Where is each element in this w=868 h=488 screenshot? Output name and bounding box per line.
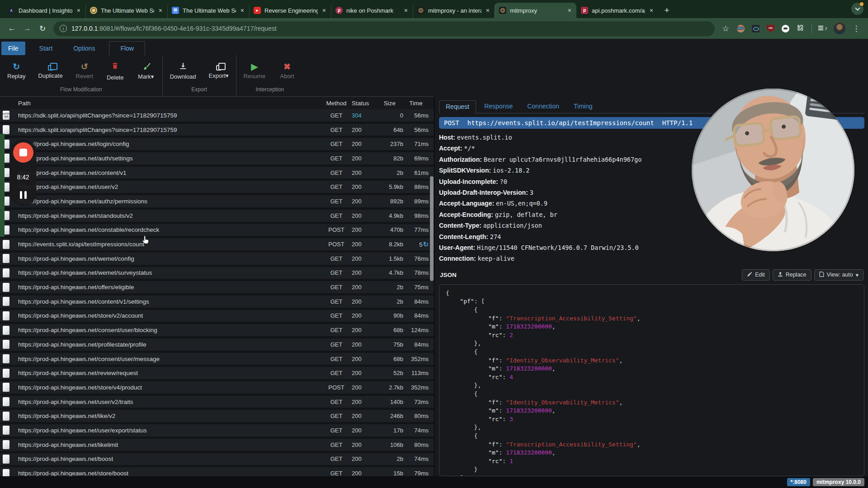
flow-size: 17b xyxy=(376,427,403,434)
document-icon xyxy=(3,469,9,476)
extension-icon[interactable] xyxy=(782,25,789,33)
tab-timing[interactable]: Timing xyxy=(567,100,599,113)
new-tab-button[interactable]: + xyxy=(660,4,674,17)
menu-start[interactable]: Start xyxy=(33,42,60,55)
flow-row[interactable]: https://prod-api.hingeaws.net/profilesta… xyxy=(0,338,434,353)
tab-web-scraping-2[interactable]: The Ultimate Web Scraping × xyxy=(167,3,249,18)
col-size[interactable]: Size xyxy=(376,100,403,107)
bookmark-star-icon[interactable]: ☆ xyxy=(718,21,733,36)
revert-button[interactable]: ↺ Revert xyxy=(75,62,94,80)
flow-row[interactable]: https://prod-api.hingeaws.net/authz/perm… xyxy=(0,195,434,210)
flow-row[interactable]: https://prod-api.hingeaws.net/store/boos… xyxy=(0,467,434,476)
export-button[interactable]: Export▾ xyxy=(209,63,229,79)
close-icon[interactable]: × xyxy=(158,7,163,14)
delete-button[interactable]: Delete xyxy=(106,61,124,81)
flow-row[interactable]: https://prod-api.hingeaws.net/wemet/conf… xyxy=(0,253,434,267)
close-icon[interactable]: × xyxy=(403,7,409,14)
resume-button[interactable]: ▶ Resume xyxy=(244,62,265,80)
tab-poshmark[interactable]: nike on Poshmark × xyxy=(331,3,413,18)
ublock-extension-icon[interactable] xyxy=(767,25,774,33)
tab-response[interactable]: Response xyxy=(478,100,519,113)
tab-connection[interactable]: Connection xyxy=(521,100,566,113)
close-icon[interactable]: × xyxy=(76,7,81,14)
playlist-music-icon[interactable] xyxy=(818,24,827,33)
request-header-line[interactable]: Connectionkeep-alive xyxy=(439,253,864,264)
flow-row[interactable]: https://prod-api.hingeaws.net/wemet/surv… xyxy=(0,267,434,282)
flow-row[interactable]: https://prod-api.hingeaws.net/review/req… xyxy=(0,367,434,381)
tab-mitmproxy-docs[interactable]: mitmproxy - an interactive × xyxy=(413,3,495,18)
flow-row[interactable]: https://prod-api.hingeaws.net/user/v2 GE… xyxy=(0,181,434,195)
flow-row[interactable]: HTTP 304 https://sdk.split.io/api/splitC… xyxy=(0,109,434,124)
menu-file[interactable]: File xyxy=(1,42,25,55)
reload-icon[interactable]: ↻ xyxy=(35,21,50,36)
extensions-puzzle-icon[interactable] xyxy=(797,24,805,33)
address-bar[interactable]: i 127.0.0.1:8081/#/flows/fc76f366-0450-4… xyxy=(53,21,715,36)
tab-web-scraping-1[interactable]: The Ultimate Web Scraping × xyxy=(85,3,167,18)
json-line: "pf": [ xyxy=(446,297,858,306)
flow-row[interactable]: https://prod-api.hingeaws.net/offers/eli… xyxy=(0,281,434,296)
flow-time: 5↻ xyxy=(403,240,429,249)
mitmproxy-statusbar: *:8080 mitmproxy 10.0.0 xyxy=(0,476,868,488)
tab-youtube[interactable]: Reverse Engineering a Priv × xyxy=(249,3,331,18)
stop-recording-button[interactable] xyxy=(13,142,33,163)
duplicate-icon xyxy=(48,65,53,70)
flow-status: 200 xyxy=(351,212,376,219)
menu-flow[interactable]: Flow xyxy=(109,41,145,56)
col-time[interactable]: Time xyxy=(403,100,429,107)
flow-row[interactable]: https://prod-api.hingeaws.net/content/v1… xyxy=(0,296,434,310)
flow-row[interactable]: https://prod-api.hingeaws.net/user/expor… xyxy=(0,424,434,439)
resume-icon: ▶ xyxy=(251,62,258,71)
download-button[interactable]: Download xyxy=(170,62,196,80)
flow-row[interactable]: https://prod-api.hingeaws.net/content/v1… xyxy=(0,167,434,181)
menu-options[interactable]: Options xyxy=(66,42,102,55)
webcam-overlay xyxy=(692,89,854,251)
disguise-extension-icon[interactable] xyxy=(737,25,745,33)
flow-row[interactable]: https://prod-api.hingeaws.net/consent/us… xyxy=(0,353,434,367)
flow-row[interactable]: https://prod-api.hingeaws.net/login/conf… xyxy=(0,138,434,152)
flow-row[interactable]: https://prod-api.hingeaws.net/auth/setti… xyxy=(0,152,434,167)
document-icon xyxy=(3,125,9,134)
flow-row[interactable]: https://prod-api.hingeaws.net/boost GET … xyxy=(0,453,434,468)
flow-row[interactable]: https://prod-api.hingeaws.net/consent/us… xyxy=(0,324,434,338)
site-info-icon[interactable]: i xyxy=(60,25,67,32)
close-icon[interactable]: × xyxy=(567,7,572,14)
close-icon[interactable]: × xyxy=(240,7,245,14)
profile-avatar[interactable] xyxy=(834,23,845,34)
forward-icon[interactable]: → xyxy=(20,21,34,36)
flow-path: https://prod-api.hingeaws.net/content/v1… xyxy=(18,298,322,305)
close-icon[interactable]: × xyxy=(321,7,327,14)
replace-button[interactable]: Replace xyxy=(773,269,811,281)
flow-row[interactable]: https://prod-api.hingeaws.net/likelimit … xyxy=(0,439,434,453)
tab-search-button[interactable] xyxy=(851,3,863,15)
flow-row[interactable]: https://prod-api.hingeaws.net/like/v2 GE… xyxy=(0,410,434,424)
replay-button[interactable]: ↻ Replay xyxy=(7,62,25,80)
col-method[interactable]: Method xyxy=(322,100,351,107)
mark-button[interactable]: Mark▾ xyxy=(137,62,155,80)
edit-button[interactable]: Edit xyxy=(742,269,770,281)
col-path[interactable]: Path xyxy=(18,100,322,107)
kebab-menu-icon[interactable]: ⋮ xyxy=(849,21,863,36)
flow-list-scrollbar[interactable] xyxy=(430,176,434,281)
duplicate-button[interactable]: Duplicate xyxy=(38,63,62,79)
flow-row[interactable]: https://prod-api.hingeaws.net/standouts/… xyxy=(0,210,434,224)
pause-recording-button[interactable] xyxy=(20,191,27,199)
tab-mitmproxy-active[interactable]: mitmproxy × xyxy=(495,3,576,18)
tab-request[interactable]: Request xyxy=(439,100,476,113)
abort-button[interactable]: ✖ Abort xyxy=(278,62,296,80)
flow-time: 56ms xyxy=(403,127,429,133)
flow-row[interactable]: https://prod-api.hingeaws.net/user/v2/tr… xyxy=(0,396,434,410)
flow-row[interactable]: https://prod-api.hingeaws.net/store/v4/p… xyxy=(0,381,434,396)
tab-api-poshmark[interactable]: api.poshmark.com/api/pos × xyxy=(576,3,658,18)
close-icon[interactable]: × xyxy=(649,7,654,14)
close-icon[interactable]: × xyxy=(485,7,491,14)
flow-row[interactable]: https://prod-api.hingeaws.net/constable/… xyxy=(0,224,434,239)
request-method: POST xyxy=(444,119,459,127)
back-icon[interactable]: ← xyxy=(5,21,19,36)
flow-row[interactable]: https://prod-api.hingeaws.net/store/v2/a… xyxy=(0,310,434,324)
col-status[interactable]: Status xyxy=(351,100,376,107)
flow-row[interactable]: https://sdk.split.io/api/splitChanges?si… xyxy=(0,124,434,138)
view-mode-button[interactable]: View: auto ▾ xyxy=(814,269,863,281)
flow-row[interactable]: https://events.split.io/api/testImpressi… xyxy=(0,238,434,253)
tab-insighto[interactable]: Dashboard | Insighto × xyxy=(4,3,85,18)
react-devtools-extension-icon[interactable] xyxy=(752,25,760,33)
